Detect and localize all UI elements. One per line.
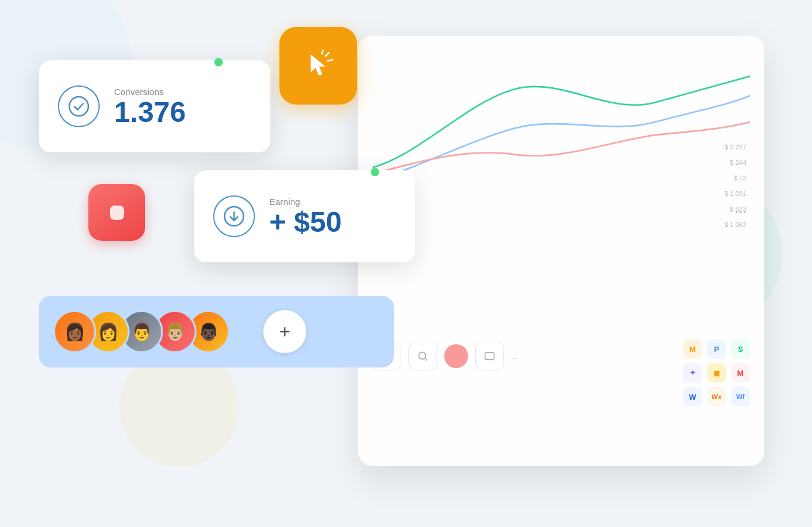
- earning-green-dot: [371, 168, 379, 176]
- conversions-text: Conversions 1.376: [114, 87, 186, 127]
- click-icon-box: [279, 27, 357, 105]
- val-1: $ 3.237: [724, 143, 746, 151]
- orders-section-header: Orders ···: [373, 206, 750, 218]
- integration-shopify[interactable]: S: [731, 339, 750, 359]
- value-amounts-list: $ 3.237 $ 244 $ 72 $ 1.091 $ 523 $ 1.062: [724, 143, 746, 228]
- integration-stripe[interactable]: ✦: [683, 363, 702, 382]
- val-6: $ 1.062: [724, 221, 746, 228]
- line-chart-area: [373, 50, 750, 194]
- svg-line-8: [322, 50, 323, 54]
- team-card: 👩🏾 👩 👨 👨🏼 👨🏿 +: [39, 296, 394, 367]
- earning-text: Earning + $50: [269, 197, 342, 237]
- integration-wordpress[interactable]: W: [683, 387, 702, 406]
- earning-value: + $50: [269, 208, 342, 237]
- avatar-1-icon: 👩🏾: [55, 312, 94, 351]
- val-5: $ 523: [724, 206, 746, 213]
- integration-magento[interactable]: M: [731, 363, 750, 382]
- integration-mailchimp[interactable]: M: [683, 339, 702, 359]
- svg-point-5: [69, 97, 88, 116]
- svg-rect-4: [485, 353, 494, 360]
- integration-squarespace[interactable]: ◼: [707, 363, 726, 382]
- more-text: ...: [511, 352, 518, 361]
- action-dot: [444, 344, 468, 368]
- conversions-card: Conversions 1.376: [39, 60, 270, 152]
- dashboard-card: Orders ··· 👩 $ 3.237 $ 244 $ 72 $ 1.091 …: [358, 36, 764, 466]
- action-icon-3[interactable]: [475, 342, 504, 370]
- add-plus-icon: +: [279, 322, 291, 341]
- val-3: $ 72: [724, 174, 746, 182]
- earning-card: Earning + $50: [194, 170, 415, 262]
- integration-webflow[interactable]: Wf: [731, 387, 750, 406]
- earning-download-icon: [213, 195, 255, 237]
- svg-point-3: [419, 352, 426, 359]
- svg-line-6: [325, 53, 329, 56]
- conversions-check-icon: [58, 85, 100, 127]
- action-icons-row: ...: [373, 342, 518, 370]
- team-avatar-1: 👩🏾: [53, 310, 96, 353]
- team-avatars-group: 👩🏾 👩 👨 👨🏼 👨🏿: [53, 310, 230, 353]
- integrations-grid: M P S ✦ ◼ M W: [683, 339, 750, 406]
- val-2: $ 244: [724, 159, 746, 166]
- add-team-member-button[interactable]: +: [263, 310, 306, 353]
- svg-rect-10: [110, 206, 124, 220]
- conversions-value: 1.376: [114, 98, 186, 127]
- action-icon-2[interactable]: [408, 342, 437, 370]
- svg-line-7: [328, 60, 333, 61]
- conversions-green-dot: [214, 58, 223, 66]
- earning-label: Earning: [269, 197, 342, 207]
- coral-app-icon: [88, 184, 145, 241]
- integration-paypal[interactable]: P: [707, 339, 726, 359]
- conversions-label: Conversions: [114, 87, 186, 97]
- integration-wix[interactable]: Wx: [707, 387, 726, 406]
- val-4: $ 1.091: [724, 190, 746, 197]
